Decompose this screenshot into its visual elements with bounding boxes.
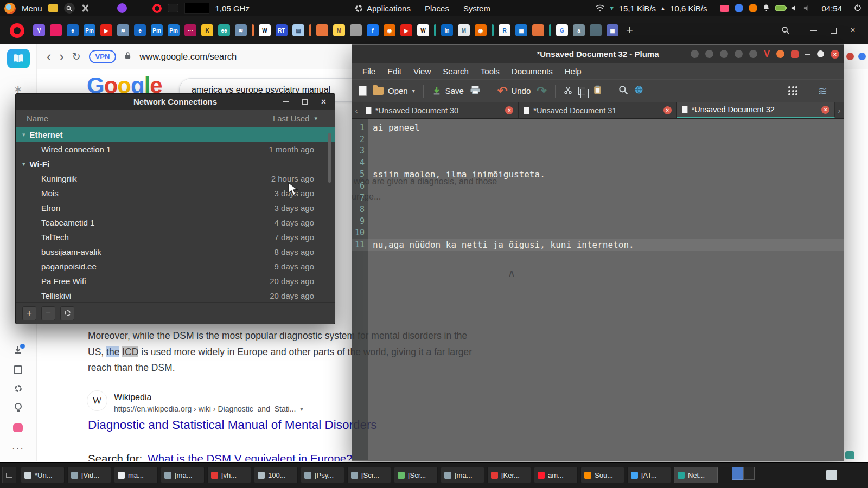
battery-icon[interactable] — [775, 5, 786, 11]
connection-row[interactable]: Pa Free Wifi20 days ago — [16, 274, 335, 288]
save-button[interactable]: Save — [432, 86, 464, 95]
places-menu[interactable]: Places — [425, 4, 449, 13]
tab-favicon[interactable] — [50, 24, 62, 36]
tab-favicon[interactable]: G — [556, 24, 568, 36]
tab-favicon[interactable] — [590, 24, 602, 36]
taskbar-item[interactable]: [Ker... — [487, 467, 531, 483]
tab-close-button[interactable]: × — [663, 106, 672, 114]
search-for-link[interactable]: What is the DSM V equivalent in Europe? — [148, 452, 352, 461]
taskbar-item[interactable]: [Scr... — [394, 467, 438, 483]
find-icon[interactable] — [618, 85, 628, 97]
window-minimize-button[interactable] — [804, 21, 824, 40]
headphones-icon[interactable] — [117, 3, 127, 13]
extension-icon[interactable] — [846, 53, 854, 60]
expander-icon[interactable]: ▾ — [22, 160, 25, 168]
column-last-used[interactable]: Last Used ▾ — [273, 114, 335, 123]
tab-favicon[interactable] — [492, 24, 494, 36]
tab-favicon[interactable]: RT — [276, 24, 288, 36]
waves-icon[interactable]: ≋ — [818, 85, 827, 98]
editor-line[interactable]: 4 — [352, 157, 844, 169]
connection-row[interactable]: Elron3 days ago — [16, 201, 335, 215]
search-icon[interactable] — [64, 3, 75, 14]
tab-favicon[interactable]: ee — [218, 24, 230, 36]
document-tab[interactable]: *Unsaved Document 31 × — [519, 102, 676, 118]
pluma-maximize-button[interactable] — [817, 50, 824, 57]
show-desktop-button[interactable] — [2, 467, 16, 483]
taskbar-item[interactable]: [Scr... — [347, 467, 391, 483]
dialog-maximize-button[interactable] — [302, 99, 308, 105]
workspace-2[interactable] — [743, 467, 755, 480]
system-menu[interactable]: System — [463, 4, 490, 13]
undo-button[interactable]: ↶ Undo — [497, 85, 531, 97]
result-source-name[interactable]: Wikipedia — [114, 393, 151, 402]
pluma-titlebar[interactable]: *Unsaved Document 32 - Pluma V × — [352, 45, 844, 63]
tab-favicon[interactable]: Pm — [168, 24, 180, 36]
tab-favicon[interactable]: Pm — [151, 24, 163, 36]
downloads-icon[interactable] — [14, 346, 22, 355]
tab-favicon[interactable]: K — [201, 24, 213, 36]
connection-row[interactable]: TalTech7 days ago — [16, 230, 335, 245]
new-document-icon[interactable] — [359, 86, 367, 96]
connection-row[interactable]: ▾Wi-Fi — [16, 157, 335, 171]
result-menu-caret-icon[interactable]: ▾ — [300, 406, 303, 412]
connection-row[interactable]: Kuningriik2 hours ago — [16, 171, 335, 186]
tab-favicon[interactable]: e — [134, 24, 146, 36]
forward-button[interactable]: › — [59, 50, 63, 63]
taskbar-item[interactable]: am... — [534, 467, 578, 483]
tab-favicon[interactable]: ··· — [184, 24, 196, 36]
taskbar-item[interactable]: [vh... — [207, 467, 251, 483]
open-caret-icon[interactable]: ▾ — [412, 88, 415, 94]
add-connection-button[interactable]: + — [22, 306, 36, 320]
tab-favicon[interactable] — [532, 24, 544, 36]
tab-favicon[interactable] — [350, 24, 362, 36]
tab-favicon[interactable]: V — [33, 24, 45, 36]
result-title-link[interactable]: Diagnostic and Statistical Manual of Men… — [88, 418, 377, 432]
tab-favicon[interactable]: e — [67, 24, 79, 36]
edit-connection-button[interactable] — [60, 306, 74, 320]
menu-button[interactable]: Menu — [22, 4, 42, 13]
taskbar-item[interactable]: ma... — [114, 467, 158, 483]
menu-documents[interactable]: Documents — [506, 65, 559, 78]
folder-icon[interactable] — [48, 4, 58, 12]
tab-favicon[interactable]: a — [573, 24, 585, 36]
tab-favicon[interactable]: ▶ — [100, 24, 112, 36]
tab-favicon[interactable]: ≋ — [117, 24, 129, 36]
taskbar-item[interactable]: 100... — [254, 467, 298, 483]
connection-row[interactable]: Mois3 days ago — [16, 186, 335, 201]
taskbar-item[interactable]: [Vid... — [67, 467, 111, 483]
menu-file[interactable]: File — [356, 65, 381, 78]
tab-favicon[interactable]: ▶ — [400, 24, 412, 36]
tab-favicon[interactable] — [252, 24, 254, 36]
lightbulb-icon[interactable] — [15, 403, 22, 410]
menu-tools[interactable]: Tools — [475, 65, 506, 78]
tab-favicon[interactable]: ▦ — [515, 24, 527, 36]
column-name[interactable]: Name — [16, 114, 48, 123]
document-tab[interactable]: *Unsaved Document 30 × — [361, 102, 519, 118]
editor-line[interactable]: 5ssiin maolen, ilma inimõigusteta. — [352, 169, 844, 181]
redo-button[interactable]: ↷ — [537, 85, 546, 97]
tab-close-button[interactable]: × — [821, 106, 829, 114]
reload-button[interactable]: ↻ — [72, 52, 81, 62]
taskbar-item[interactable]: *Un... — [21, 467, 65, 483]
taskbar-item[interactable]: [ma... — [441, 467, 484, 483]
editor-line[interactable]: 8 — [352, 204, 844, 216]
dialog-scrollbar-thumb[interactable] — [328, 133, 331, 183]
wifi-icon[interactable] — [595, 4, 605, 12]
pluma-minimize-button[interactable] — [805, 54, 810, 55]
reading-list-icon[interactable] — [7, 49, 30, 68]
tab-favicon[interactable]: ◉ — [475, 24, 487, 36]
menu-edit[interactable]: Edit — [381, 65, 407, 78]
grid-icon[interactable] — [788, 86, 797, 95]
extensions-icon[interactable] — [14, 365, 22, 374]
tab-scroll-right-icon[interactable]: › — [835, 102, 844, 118]
tray-icon[interactable] — [826, 470, 837, 480]
connection-row[interactable]: ▾Ethernet — [16, 127, 335, 142]
tab-scroll-left-icon[interactable]: ‹ — [352, 102, 361, 118]
tab-favicon[interactable] — [316, 24, 328, 36]
result-url[interactable]: https://en.wikipedia.org › wiki › Diagno… — [114, 404, 303, 413]
tab-favicon[interactable]: M — [458, 24, 470, 36]
taskbar-item[interactable]: [Psy... — [301, 467, 344, 483]
editor-line[interactable]: 9 — [352, 216, 844, 228]
connection-row[interactable]: Telliskivi20 days ago — [16, 288, 335, 302]
tab-close-button[interactable]: × — [505, 106, 513, 114]
